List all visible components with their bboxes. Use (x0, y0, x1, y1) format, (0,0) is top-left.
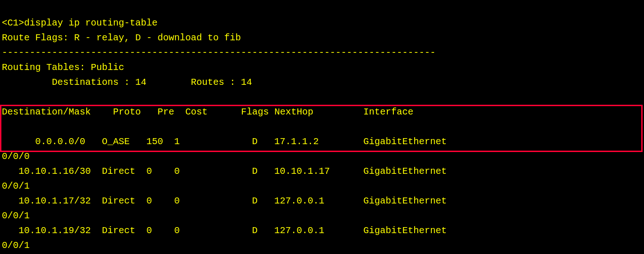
route-row: 10.10.1.17/32 Direct 0 0 D 127.0.0.1 Gig… (2, 196, 447, 206)
hdr-dest: Destination/Mask (2, 107, 91, 117)
hdr-pre: Pre (158, 107, 174, 117)
separator-line: ----------------------------------------… (2, 47, 436, 58)
summary-line: Destinations : 14 Routes : 14 (2, 77, 252, 88)
route-flags-line: Route Flags: R - relay, D - download to … (2, 32, 241, 43)
route-row-cont: 0/0/1 (2, 210, 30, 221)
route-row: 10.10.1.19/32 Direct 0 0 D 127.0.0.1 Gig… (2, 225, 447, 236)
route-row-cont: 0/0/0 (2, 151, 30, 162)
hdr-proto: Proto (113, 107, 141, 117)
route-row-cont: 0/0/1 (2, 181, 30, 191)
hdr-cost: Cost (185, 107, 208, 117)
hdr-interface: Interface (363, 107, 413, 117)
hdr-nexthop: NextHop (274, 107, 313, 117)
route-row-cont: 0/0/1 (2, 240, 30, 251)
prompt-line: <C1>display ip routing-table (2, 18, 158, 28)
tables-title: Routing Tables: Public (2, 62, 124, 73)
route-row: 0.0.0.0/0 O_ASE 150 1 D 17.1.1.2 Gigabit… (2, 136, 447, 147)
command-text: display ip routing-table (24, 18, 158, 28)
terminal-output: <C1>display ip routing-table Route Flags… (0, 0, 644, 254)
header-line: Destination/Mask Proto Pre Cost Flags Ne… (2, 107, 413, 117)
route-row: 10.10.1.16/30 Direct 0 0 D 10.10.1.17 Gi… (2, 166, 447, 177)
hdr-flags: Flags (241, 107, 269, 117)
prompt-prefix: <C1> (2, 18, 24, 28)
